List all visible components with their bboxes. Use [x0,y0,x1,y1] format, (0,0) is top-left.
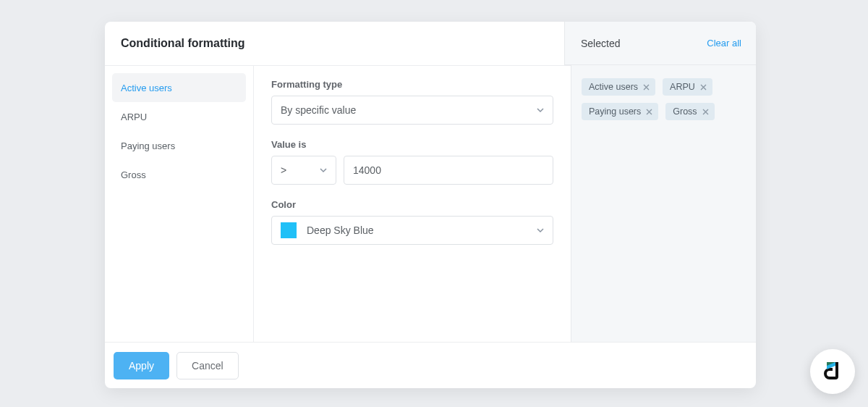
formatting-type-value: By specific value [281,104,356,116]
formatting-type-select[interactable]: By specific value [271,96,553,125]
clear-all-link[interactable]: Clear all [707,38,741,49]
operator-value: > [281,164,286,176]
chip-remove-icon[interactable] [646,109,652,115]
sidebar-item-gross[interactable]: Gross [112,160,246,189]
brand-badge [810,349,855,394]
sidebar-item-arpu[interactable]: ARPU [112,102,246,131]
rule-form: Formatting type By specific value Value … [253,65,571,342]
chevron-down-icon [320,167,327,174]
color-name: Deep Sky Blue [307,225,374,236]
cancel-button-label: Cancel [192,360,224,372]
chip-active-users: Active users [582,78,655,96]
metric-sidebar: Active users ARPU Paying users Gross [105,65,253,342]
cancel-button[interactable]: Cancel [176,352,239,379]
modal-title: Conditional formatting [121,37,245,50]
apply-button-label: Apply [129,360,154,372]
sidebar-item-paying-users[interactable]: Paying users [112,131,246,160]
modal-footer: Apply Cancel [105,342,756,388]
chip-label: Active users [589,82,638,92]
chip-remove-icon[interactable] [702,109,709,115]
chevron-down-icon [537,106,544,114]
chip-gross: Gross [665,103,714,120]
sidebar-item-label: Paying users [121,140,175,151]
conditional-formatting-modal: Conditional formatting Selected Clear al… [105,22,756,388]
selected-chips: Active users ARPU Paying users [582,78,746,120]
sidebar-item-active-users[interactable]: Active users [112,73,246,102]
selected-label: Selected [581,38,620,49]
sidebar-item-label: Gross [121,169,146,180]
selected-header: Selected Clear all [564,22,756,65]
selected-panel: Active users ARPU Paying users [571,65,756,342]
color-group: Color Deep Sky Blue [271,199,553,245]
value-input-text: 14000 [353,164,381,176]
sidebar-item-label: ARPU [121,112,147,122]
chip-remove-icon[interactable] [700,84,707,91]
sidebar-item-label: Active users [121,83,172,93]
brand-logo-icon [821,359,844,385]
color-swatch [281,222,297,238]
formatting-type-group: Formatting type By specific value [271,79,553,125]
chip-label: ARPU [670,82,695,92]
chevron-down-icon [537,227,544,234]
apply-button[interactable]: Apply [114,352,169,379]
chip-label: Paying users [589,106,641,117]
color-select[interactable]: Deep Sky Blue [271,216,553,245]
formatting-type-label: Formatting type [271,79,553,90]
value-row: > 14000 [271,156,553,185]
chip-paying-users: Paying users [582,103,658,120]
modal-title-area: Conditional formatting [105,22,564,65]
value-is-group: Value is > 14000 [271,139,553,185]
modal-body: Active users ARPU Paying users Gross For… [105,65,756,342]
chip-label: Gross [673,106,697,117]
chip-arpu: ARPU [663,78,712,96]
value-is-label: Value is [271,139,553,150]
modal-header-row: Conditional formatting Selected Clear al… [105,22,756,65]
color-label: Color [271,199,553,210]
operator-select[interactable]: > [271,156,336,185]
value-input[interactable]: 14000 [344,156,553,185]
chip-remove-icon[interactable] [643,84,650,91]
